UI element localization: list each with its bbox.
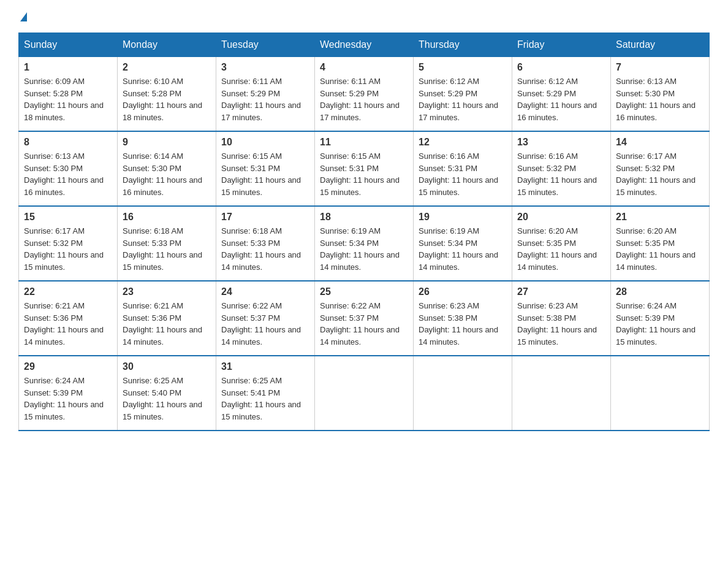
- calendar-cell: 20 Sunrise: 6:20 AMSunset: 5:35 PMDaylig…: [512, 206, 611, 281]
- header-sunday: Sunday: [19, 33, 118, 57]
- calendar-cell: 10 Sunrise: 6:15 AMSunset: 5:31 PMDaylig…: [216, 131, 315, 206]
- calendar-cell: 23 Sunrise: 6:21 AMSunset: 5:36 PMDaylig…: [118, 281, 216, 356]
- calendar-cell: 27 Sunrise: 6:23 AMSunset: 5:38 PMDaylig…: [512, 281, 611, 356]
- day-info: Sunrise: 6:16 AMSunset: 5:32 PMDaylight:…: [517, 151, 597, 197]
- header-wednesday: Wednesday: [315, 33, 414, 57]
- header-tuesday: Tuesday: [216, 33, 315, 57]
- calendar-cell: 7 Sunrise: 6:13 AMSunset: 5:30 PMDayligh…: [611, 57, 710, 132]
- day-info: Sunrise: 6:20 AMSunset: 5:35 PMDaylight:…: [517, 226, 597, 272]
- day-info: Sunrise: 6:16 AMSunset: 5:31 PMDaylight:…: [419, 151, 498, 197]
- day-info: Sunrise: 6:14 AMSunset: 5:30 PMDaylight:…: [123, 151, 202, 197]
- calendar-cell: 21 Sunrise: 6:20 AMSunset: 5:35 PMDaylig…: [611, 206, 710, 281]
- day-number: 21: [616, 212, 704, 223]
- day-number: 18: [320, 212, 408, 223]
- day-number: 19: [419, 212, 507, 223]
- day-number: 5: [419, 62, 507, 73]
- day-info: Sunrise: 6:23 AMSunset: 5:38 PMDaylight:…: [419, 301, 498, 347]
- day-number: 29: [24, 361, 112, 372]
- day-info: Sunrise: 6:13 AMSunset: 5:30 PMDaylight:…: [616, 77, 696, 122]
- calendar-cell: 26 Sunrise: 6:23 AMSunset: 5:38 PMDaylig…: [414, 281, 512, 356]
- calendar-cell: 29 Sunrise: 6:24 AMSunset: 5:39 PMDaylig…: [19, 356, 118, 431]
- calendar-cell: 12 Sunrise: 6:16 AMSunset: 5:31 PMDaylig…: [414, 131, 512, 206]
- day-number: 6: [517, 62, 605, 73]
- day-number: 23: [123, 286, 211, 297]
- day-number: 8: [24, 137, 112, 148]
- calendar-cell: [611, 356, 710, 431]
- day-number: 30: [123, 361, 211, 372]
- calendar-cell: 28 Sunrise: 6:24 AMSunset: 5:39 PMDaylig…: [611, 281, 710, 356]
- day-info: Sunrise: 6:25 AMSunset: 5:41 PMDaylight:…: [221, 376, 301, 421]
- day-number: 31: [221, 361, 309, 372]
- day-info: Sunrise: 6:18 AMSunset: 5:33 PMDaylight:…: [123, 226, 202, 272]
- day-info: Sunrise: 6:18 AMSunset: 5:33 PMDaylight:…: [221, 226, 301, 272]
- day-info: Sunrise: 6:09 AMSunset: 5:28 PMDaylight:…: [24, 77, 104, 122]
- calendar-cell: 2 Sunrise: 6:10 AMSunset: 5:28 PMDayligh…: [118, 57, 216, 132]
- day-info: Sunrise: 6:12 AMSunset: 5:29 PMDaylight:…: [419, 77, 498, 122]
- calendar-cell: 14 Sunrise: 6:17 AMSunset: 5:32 PMDaylig…: [611, 131, 710, 206]
- day-info: Sunrise: 6:21 AMSunset: 5:36 PMDaylight:…: [24, 301, 104, 347]
- day-number: 24: [221, 286, 309, 297]
- calendar-cell: 18 Sunrise: 6:19 AMSunset: 5:34 PMDaylig…: [315, 206, 414, 281]
- day-info: Sunrise: 6:10 AMSunset: 5:28 PMDaylight:…: [123, 77, 202, 122]
- calendar-cell: 19 Sunrise: 6:19 AMSunset: 5:34 PMDaylig…: [414, 206, 512, 281]
- calendar-cell: 25 Sunrise: 6:22 AMSunset: 5:37 PMDaylig…: [315, 281, 414, 356]
- day-number: 12: [419, 137, 507, 148]
- day-number: 14: [616, 137, 704, 148]
- calendar-cell: 9 Sunrise: 6:14 AMSunset: 5:30 PMDayligh…: [118, 131, 216, 206]
- day-number: 10: [221, 137, 309, 148]
- day-info: Sunrise: 6:12 AMSunset: 5:29 PMDaylight:…: [517, 77, 597, 122]
- day-info: Sunrise: 6:19 AMSunset: 5:34 PMDaylight:…: [419, 226, 498, 272]
- day-info: Sunrise: 6:15 AMSunset: 5:31 PMDaylight:…: [221, 151, 301, 197]
- calendar-cell: [512, 356, 611, 431]
- calendar-cell: 30 Sunrise: 6:25 AMSunset: 5:40 PMDaylig…: [118, 356, 216, 431]
- calendar-cell: 17 Sunrise: 6:18 AMSunset: 5:33 PMDaylig…: [216, 206, 315, 281]
- week-row-3: 15 Sunrise: 6:17 AMSunset: 5:32 PMDaylig…: [19, 206, 710, 281]
- day-number: 27: [517, 286, 605, 297]
- day-info: Sunrise: 6:22 AMSunset: 5:37 PMDaylight:…: [221, 301, 301, 347]
- day-number: 9: [123, 137, 211, 148]
- calendar-cell: 3 Sunrise: 6:11 AMSunset: 5:29 PMDayligh…: [216, 57, 315, 132]
- header-friday: Friday: [512, 33, 611, 57]
- day-info: Sunrise: 6:13 AMSunset: 5:30 PMDaylight:…: [24, 151, 104, 197]
- calendar-header-row: SundayMondayTuesdayWednesdayThursdayFrid…: [19, 33, 710, 57]
- calendar-cell: 24 Sunrise: 6:22 AMSunset: 5:37 PMDaylig…: [216, 281, 315, 356]
- calendar-cell: 16 Sunrise: 6:18 AMSunset: 5:33 PMDaylig…: [118, 206, 216, 281]
- day-number: 25: [320, 286, 408, 297]
- calendar-cell: 11 Sunrise: 6:15 AMSunset: 5:31 PMDaylig…: [315, 131, 414, 206]
- logo-triangle-icon: [20, 12, 27, 21]
- header-thursday: Thursday: [414, 33, 512, 57]
- week-row-4: 22 Sunrise: 6:21 AMSunset: 5:36 PMDaylig…: [19, 281, 710, 356]
- day-number: 4: [320, 62, 408, 73]
- calendar-cell: 15 Sunrise: 6:17 AMSunset: 5:32 PMDaylig…: [19, 206, 118, 281]
- header-saturday: Saturday: [611, 33, 710, 57]
- day-info: Sunrise: 6:15 AMSunset: 5:31 PMDaylight:…: [320, 151, 400, 197]
- week-row-5: 29 Sunrise: 6:24 AMSunset: 5:39 PMDaylig…: [19, 356, 710, 431]
- header-monday: Monday: [118, 33, 216, 57]
- day-number: 16: [123, 212, 211, 223]
- day-number: 26: [419, 286, 507, 297]
- day-info: Sunrise: 6:11 AMSunset: 5:29 PMDaylight:…: [320, 77, 400, 122]
- calendar-cell: 31 Sunrise: 6:25 AMSunset: 5:41 PMDaylig…: [216, 356, 315, 431]
- calendar-cell: 4 Sunrise: 6:11 AMSunset: 5:29 PMDayligh…: [315, 57, 414, 132]
- day-info: Sunrise: 6:21 AMSunset: 5:36 PMDaylight:…: [123, 301, 202, 347]
- day-info: Sunrise: 6:19 AMSunset: 5:34 PMDaylight:…: [320, 226, 400, 272]
- calendar-cell: 1 Sunrise: 6:09 AMSunset: 5:28 PMDayligh…: [19, 57, 118, 132]
- calendar-cell: 13 Sunrise: 6:16 AMSunset: 5:32 PMDaylig…: [512, 131, 611, 206]
- day-number: 28: [616, 286, 704, 297]
- day-info: Sunrise: 6:23 AMSunset: 5:38 PMDaylight:…: [517, 301, 597, 347]
- day-number: 7: [616, 62, 704, 73]
- day-info: Sunrise: 6:17 AMSunset: 5:32 PMDaylight:…: [616, 151, 696, 197]
- page-header: [18, 12, 710, 20]
- calendar-cell: [315, 356, 414, 431]
- day-info: Sunrise: 6:20 AMSunset: 5:35 PMDaylight:…: [616, 226, 696, 272]
- calendar-table: SundayMondayTuesdayWednesdayThursdayFrid…: [18, 33, 710, 431]
- day-info: Sunrise: 6:17 AMSunset: 5:32 PMDaylight:…: [24, 226, 104, 272]
- day-number: 2: [123, 62, 211, 73]
- day-number: 11: [320, 137, 408, 148]
- day-info: Sunrise: 6:24 AMSunset: 5:39 PMDaylight:…: [24, 376, 104, 421]
- day-number: 17: [221, 212, 309, 223]
- day-number: 20: [517, 212, 605, 223]
- calendar-cell: [414, 356, 512, 431]
- day-number: 1: [24, 62, 112, 73]
- day-number: 13: [517, 137, 605, 148]
